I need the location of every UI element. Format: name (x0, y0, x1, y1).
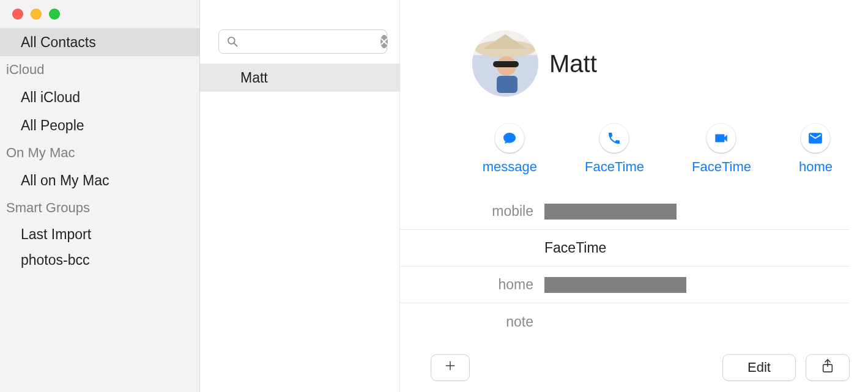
contact-list-item[interactable]: Matt (200, 64, 399, 92)
field-label: note (431, 314, 544, 330)
contact-actions: message FaceTime FaceTime home (400, 124, 868, 175)
svg-rect-9 (497, 76, 517, 93)
contact-name: Matt (549, 50, 597, 78)
edit-button[interactable]: Edit (722, 354, 796, 381)
sidebar-item-label: All iCloud (21, 89, 80, 106)
sidebar-item-label: All Contacts (21, 34, 96, 51)
sidebar-item-all-icloud[interactable]: All iCloud (0, 83, 199, 111)
sidebar-item-label: All on My Mac (21, 172, 109, 189)
action-label: message (483, 159, 537, 175)
sidebar: All Contacts iCloud All iCloud All Peopl… (0, 0, 200, 392)
action-label: home (799, 159, 833, 175)
detail-toolbar: Edit (431, 354, 850, 381)
contact-list: Matt (200, 0, 400, 392)
search-icon (226, 35, 239, 48)
sidebar-section-smart-groups: Smart Groups (0, 194, 199, 221)
svg-rect-8 (493, 61, 519, 67)
plus-icon (443, 359, 457, 376)
sidebar-section-icloud: iCloud (0, 56, 199, 83)
field-facetime[interactable]: FaceTime (400, 230, 850, 267)
action-email-home[interactable]: home (799, 124, 833, 175)
action-facetime-audio[interactable]: FaceTime (585, 124, 644, 175)
field-label: home (431, 276, 544, 293)
phone-icon (599, 124, 629, 153)
sidebar-item-last-import[interactable]: Last Import (0, 221, 199, 247)
avatar (472, 31, 538, 97)
share-button[interactable] (806, 354, 850, 381)
contact-fields: mobile FaceTime home note (400, 193, 868, 340)
add-button[interactable] (431, 354, 470, 381)
action-facetime-video[interactable]: FaceTime (692, 124, 751, 175)
field-value-redacted (544, 277, 686, 293)
contact-detail: Matt message FaceTime FaceTime (400, 0, 868, 392)
sidebar-item-photos-bcc[interactable]: photos-bcc (0, 247, 199, 273)
minimize-window-button[interactable] (31, 9, 42, 20)
action-label: FaceTime (692, 159, 751, 175)
sidebar-item-label: All People (21, 117, 84, 134)
svg-line-1 (234, 43, 237, 46)
sidebar-item-label: Last Import (21, 226, 91, 243)
field-mobile[interactable]: mobile (400, 193, 850, 230)
field-value: FaceTime (544, 240, 606, 256)
contact-list-item-label: Matt (240, 70, 268, 86)
window-controls (0, 4, 199, 28)
search-box[interactable] (218, 29, 387, 54)
sidebar-section-on-my-mac: On My Mac (0, 139, 199, 166)
action-label: FaceTime (585, 159, 644, 175)
share-icon (821, 358, 834, 377)
mail-icon (801, 124, 830, 153)
sidebar-item-label: photos-bcc (21, 252, 90, 268)
sidebar-item-all-contacts[interactable]: All Contacts (0, 28, 199, 56)
field-label: mobile (431, 203, 544, 220)
video-icon (707, 124, 736, 153)
sidebar-item-all-on-my-mac[interactable]: All on My Mac (0, 166, 199, 194)
search-input[interactable] (239, 35, 380, 48)
zoom-window-button[interactable] (49, 9, 60, 20)
sidebar-item-all-people[interactable]: All People (0, 111, 199, 139)
close-window-button[interactable] (12, 9, 23, 20)
field-note[interactable]: note (400, 303, 850, 340)
field-value-redacted (544, 204, 677, 220)
edit-button-label: Edit (747, 360, 771, 375)
action-message[interactable]: message (483, 124, 537, 175)
message-icon (495, 124, 524, 153)
clear-search-button[interactable] (380, 35, 388, 48)
field-home[interactable]: home (400, 267, 850, 303)
